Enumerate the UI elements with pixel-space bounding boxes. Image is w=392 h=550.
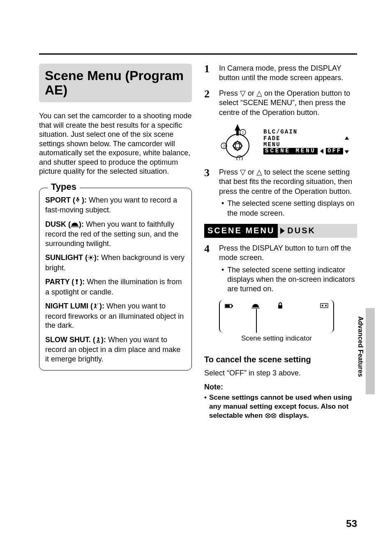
note-heading: Note: xyxy=(204,383,357,391)
svg-point-13 xyxy=(95,304,96,305)
sport-icon xyxy=(75,196,82,206)
type-name-after: ): xyxy=(94,253,99,262)
type-name: DUSK ( xyxy=(45,220,71,228)
cancel-text: Select “OFF” in step 3 above. xyxy=(204,368,357,378)
svg-point-17 xyxy=(233,142,242,150)
osd-selected-label: SCENE MENU xyxy=(263,148,318,154)
svg-line-9 xyxy=(89,259,90,260)
type-sport: SPORT (): When you want to record a fast… xyxy=(45,196,186,215)
type-slow-shut: SLOW SHUT. (): When you want to record a… xyxy=(45,335,186,364)
step-body: Press ▽ or △ on the Operation button to … xyxy=(219,89,357,117)
scene-indicator-icon xyxy=(251,302,260,311)
osd-menu-text: BLC/GAIN FADE MENU SCENE MENU OFF xyxy=(263,129,343,154)
osd-screen xyxy=(219,300,334,333)
bullet-text: The selected scene setting indicator dis… xyxy=(227,265,357,294)
svg-point-14 xyxy=(97,337,99,339)
page: Scene Menu (Program AE) You can set the … xyxy=(0,0,392,550)
dusk-icon xyxy=(71,221,79,230)
columns: Scene Menu (Program AE) You can set the … xyxy=(39,64,357,421)
types-heading: Types xyxy=(48,182,80,192)
osd-updown-icon xyxy=(345,136,349,154)
type-name: PARTY ( xyxy=(45,278,74,286)
step-bullet: • The selected scene setting indicator d… xyxy=(219,265,357,294)
top-rule xyxy=(39,53,357,55)
osd-line: MENU xyxy=(263,142,343,148)
lock-icon xyxy=(277,302,283,311)
svg-rect-11 xyxy=(76,283,78,284)
note-text-after: displays. xyxy=(279,412,309,419)
night-lumi-icon xyxy=(93,302,99,312)
type-party: PARTY (): When the illumination is from … xyxy=(45,277,186,297)
left-column: Scene Menu (Program AE) You can set the … xyxy=(39,64,192,421)
osd-menu-figure: 1 2 1 BLC/GAIN FADE MENU SCENE MENU OFF xyxy=(219,123,357,160)
type-name-after: ): xyxy=(80,278,85,286)
osd-line: BLC/GAIN xyxy=(263,129,343,135)
type-dusk: DUSK (): When you want to faithfully rec… xyxy=(45,220,186,249)
osd-line: FADE xyxy=(263,136,343,142)
scene-bar-label: SCENE MENU xyxy=(204,224,278,238)
svg-marker-22 xyxy=(235,124,240,136)
osd-selected-arrow-icon xyxy=(320,149,323,154)
scene-menu-bar: SCENE MENU DUSK xyxy=(204,224,357,238)
svg-rect-30 xyxy=(232,305,233,307)
svg-point-0 xyxy=(77,197,78,199)
svg-text:1: 1 xyxy=(239,156,241,160)
step-text: Press ▽ or △ to select the scene setting… xyxy=(219,168,352,196)
osd-icons xyxy=(225,302,283,330)
svg-rect-33 xyxy=(278,305,282,308)
type-name: SPORT ( xyxy=(45,196,75,204)
party-icon xyxy=(74,278,80,288)
tape-icon xyxy=(320,302,328,330)
step-text: Press the DISPLAY button to turn off the… xyxy=(219,244,351,262)
step-bullet: • The selected scene setting displays on… xyxy=(219,199,357,218)
page-title: Scene Menu (Program AE) xyxy=(45,69,186,97)
type-name-after: ): xyxy=(79,220,84,228)
svg-point-35 xyxy=(322,305,323,306)
svg-rect-34 xyxy=(321,304,328,308)
osd-indicator-figure: Scene setting indicator xyxy=(219,300,334,343)
step-2: 2 Press ▽ or △ on the Operation button t… xyxy=(204,89,357,117)
step-body: In Camera mode, press the DISPLAY button… xyxy=(219,64,357,83)
svg-point-36 xyxy=(325,305,327,306)
type-name: SLOW SHUT. ( xyxy=(45,336,95,344)
right-column: 1 In Camera mode, press the DISPLAY butt… xyxy=(204,64,357,421)
note-body: • Scene settings cannot be used when usi… xyxy=(204,393,357,421)
title-box: Scene Menu (Program AE) xyxy=(39,64,192,102)
side-tab-gray xyxy=(366,308,375,394)
step-body: Press ▽ or △ to select the scene setting… xyxy=(219,168,357,218)
svg-text:1: 1 xyxy=(242,130,244,135)
types-frame: Types SPORT (): When you want to record … xyxy=(39,188,192,371)
page-number: 53 xyxy=(346,518,357,529)
step-1: 1 In Camera mode, press the DISPLAY butt… xyxy=(204,64,357,83)
svg-line-7 xyxy=(89,255,90,256)
step-number: 1 xyxy=(204,64,213,83)
svg-line-8 xyxy=(92,259,93,260)
step-number: 2 xyxy=(204,89,213,117)
type-night-lumi: NIGHT LUMI (): When you want to record f… xyxy=(45,301,186,330)
svg-point-16 xyxy=(226,134,249,157)
tape-missing-icon xyxy=(265,412,277,421)
bullet-dot: • xyxy=(221,265,224,294)
step-4: 4 Press the DISPLAY button to turn off t… xyxy=(204,244,357,294)
type-name-after: ): xyxy=(99,302,104,310)
bullet-text: The selected scene setting displays on t… xyxy=(227,199,357,218)
svg-line-10 xyxy=(92,255,93,256)
sunlight-icon xyxy=(88,254,94,263)
battery-icon xyxy=(225,302,234,311)
slow-shut-icon xyxy=(95,336,101,345)
svg-rect-31 xyxy=(226,305,230,307)
side-label: Advanced Features xyxy=(357,316,364,377)
scene-bar-value: DUSK xyxy=(287,226,316,235)
scene-bar-arrow-icon xyxy=(280,228,285,234)
type-name: NIGHT LUMI ( xyxy=(45,302,93,310)
type-name-after: ): xyxy=(82,196,87,204)
svg-text:2: 2 xyxy=(223,144,225,148)
step-number: 3 xyxy=(204,168,213,218)
osd-selected-value: OFF xyxy=(326,148,343,154)
step-body: Press the DISPLAY button to turn off the… xyxy=(219,244,357,294)
bullet-dot: • xyxy=(221,199,224,218)
step-3: 3 Press ▽ or △ to select the scene setti… xyxy=(204,168,357,218)
bullet-dot: • xyxy=(204,393,207,421)
cancel-heading: To cancel the scene setting xyxy=(204,355,357,364)
indicator-caption: Scene setting indicator xyxy=(219,334,334,343)
